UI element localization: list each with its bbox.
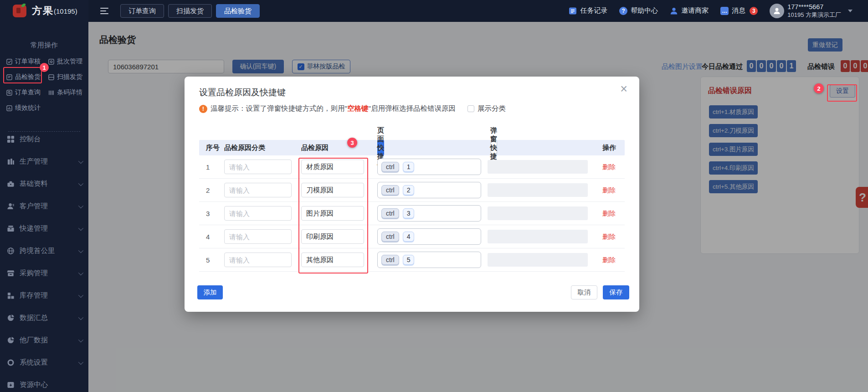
logo[interactable]: 方果 (10195) [0,0,88,22]
col-action: 操作 [602,140,616,155]
ctrl-keycap: ctrl [381,208,399,218]
sidebar-item-resource-center[interactable]: 资源中心 [0,374,88,392]
data-summary-pie-icon [7,314,15,322]
quick-label: 订单审核 [15,57,41,66]
close-icon[interactable]: × [620,83,627,95]
popup-shortcut-field[interactable] [488,183,588,197]
sidebar-item-crossborder[interactable]: 跨境首公里 [0,240,88,262]
system-settings-icon [7,359,15,366]
page-shortcut-field[interactable]: ctrl 5 [377,252,481,268]
task-records[interactable]: 任务记录 [569,6,607,15]
qc-inspect-icon [6,74,12,80]
col-reason: 品检原因 [301,140,329,155]
shortcut-settings-dialog: 设置品检原因及快捷键 × ! 温馨提示：设置了弹窗快捷键方式的，则用"空格键"启… [185,77,639,312]
category-input[interactable] [224,183,292,197]
task-records-icon [569,7,577,15]
chevron-down-icon [78,337,83,342]
delete-link[interactable]: 删除 [602,248,616,272]
warning-icon: ! [199,105,207,113]
delete-link[interactable]: 删除 [602,179,616,202]
ctrl-keycap: ctrl [381,232,399,242]
sidebar-item-order-query[interactable]: 订单查询 [6,85,48,100]
reason-input[interactable] [301,253,364,267]
ctrl-keycap: ctrl [381,185,399,195]
col-no: 序号 [206,140,220,155]
num-keycap: 1 [403,162,415,172]
user-info: 177****5667 10195 方果演示工厂 [787,3,841,19]
num-keycap: 4 [403,232,415,242]
nav-label: 消息 [732,6,745,15]
page-shortcut-field[interactable]: ctrl 2 [377,182,481,198]
chevron-down-icon [78,270,83,275]
delete-link[interactable]: 删除 [602,225,616,248]
sidebar-item-scan-ship[interactable]: 扫描发货 [48,69,86,85]
tab-qc-inspect[interactable]: 品检验货 [216,4,260,18]
express-icon [7,225,15,232]
sidebar-item-data-summary[interactable]: 数据汇总 [0,307,88,329]
show-category-checkbox[interactable]: 展示分类 [467,104,506,113]
sidebar-item-basic-data[interactable]: 基础资料 [0,173,88,195]
page-shortcut-field[interactable]: ctrl 3 [377,205,481,222]
sidebar-item-console[interactable]: 控制台 [0,128,88,150]
chevron-down-icon [78,158,83,163]
delete-link[interactable]: 删除 [602,202,616,225]
sidebar-item-express[interactable]: 快递管理 [0,217,88,240]
sidebar-item-purchase[interactable]: 采购管理 [0,262,88,284]
invite-merchant[interactable]: 邀请商家 [670,6,709,15]
page-shortcut-field[interactable]: ctrl 1 [377,159,481,175]
help-center[interactable]: ? 帮助中心 [619,6,658,15]
page-shortcut-field[interactable]: ctrl 4 [377,228,481,245]
popup-shortcut-field[interactable] [488,160,588,174]
sidebar-item-inventory[interactable]: 库存管理 [0,284,88,307]
avatar-person-icon [773,7,781,15]
popup-shortcut-field[interactable] [488,253,588,267]
popup-shortcut-field[interactable] [488,230,588,243]
tip-text: 温馨提示：设置了弹窗快捷键方式的，则用"空格键"启用弹框选择品检错误原因 [211,104,456,113]
table-row: 1 ctrl 1 删除 [199,155,625,179]
chevron-down-icon [78,225,83,230]
table-row: 3 ctrl 3 删除 [199,202,625,225]
sidebar-item-customer[interactable]: 客户管理 [0,195,88,217]
delete-link[interactable]: 删除 [602,155,616,179]
quick-label: 条码详情 [57,88,82,97]
category-input[interactable] [224,206,292,221]
row-number: 3 [206,202,210,225]
row-number: 5 [206,248,210,272]
sidebar-item-system-settings[interactable]: 系统设置 [0,351,88,374]
messages[interactable]: … 消息 3 [720,6,758,15]
dialog-tip: ! 温馨提示：设置了弹窗快捷键方式的，则用"空格键"启用弹框选择品检错误原因 展… [199,104,506,113]
popup-shortcut-field[interactable] [488,206,588,220]
annotation-badge-1: 1 [40,63,49,72]
add-button[interactable]: 添加 [197,285,223,299]
user-phone: 177****5667 [787,3,841,11]
user-menu[interactable]: 177****5667 10195 方果演示工厂 [770,3,853,19]
save-button[interactable]: 保存 [603,285,629,299]
reason-input[interactable] [301,183,364,197]
tab-scan-ship[interactable]: 扫描发货 [168,4,212,18]
tab-label: 订单查询 [128,7,156,15]
sidebar-item-other-factory[interactable]: 他厂数据 [0,329,88,351]
category-input[interactable] [224,253,292,267]
sidebar-item-barcode-detail[interactable]: 条码详情 [48,85,86,100]
reason-input[interactable] [301,206,364,221]
category-input[interactable] [224,229,292,244]
message-icon: … [720,7,729,15]
tab-label: 扫描发货 [176,7,204,15]
sidebar-item-batch-manage[interactable]: 批次管理 [48,54,86,69]
chevron-down-icon [78,181,83,186]
row-number: 1 [206,155,210,179]
reason-input[interactable] [301,160,364,174]
cancel-button[interactable]: 取消 [571,285,597,299]
tab-order-query[interactable]: 订单查询 [120,4,164,18]
sidebar-item-production[interactable]: 生产管理 [0,150,88,173]
reason-input[interactable] [301,229,364,244]
category-input[interactable] [224,160,292,174]
table-row: 2 ctrl 2 删除 [199,179,625,202]
sidebar-item-performance-stats[interactable]: 绩效统计 [6,100,48,116]
nav-label: 邀请商家 [681,6,709,15]
user-factory: 10195 方果演示工厂 [787,11,841,19]
row-number: 2 [206,179,210,202]
annotation-badge-3: 3 [347,138,357,148]
menu-label: 基础资料 [20,179,48,189]
hamburger-menu-icon[interactable] [100,8,108,14]
